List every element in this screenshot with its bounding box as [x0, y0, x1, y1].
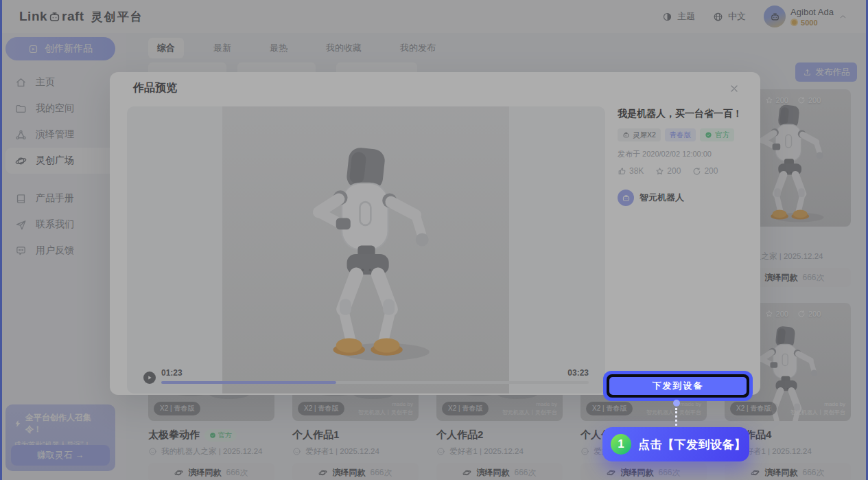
app-window: Link raft 灵创平台 主题 中文 Agibot Ada 5000 [0, 0, 868, 480]
tutorial-step-text: 点击【下发到设备】 [638, 437, 747, 453]
tutorial-tooltip: 1 点击【下发到设备】 [602, 427, 749, 461]
tutorial-step-number: 1 [611, 434, 631, 455]
deploy-button-highlight-border: 下发到设备 [607, 374, 749, 398]
tutorial-connector-dot [673, 400, 680, 407]
tutorial-dim-overlay [0, 0, 868, 480]
deploy-to-device-button[interactable]: 下发到设备 [609, 377, 747, 395]
deploy-button-highlight-ring: 下发到设备 [603, 371, 753, 401]
tutorial-connector-line [675, 408, 677, 426]
